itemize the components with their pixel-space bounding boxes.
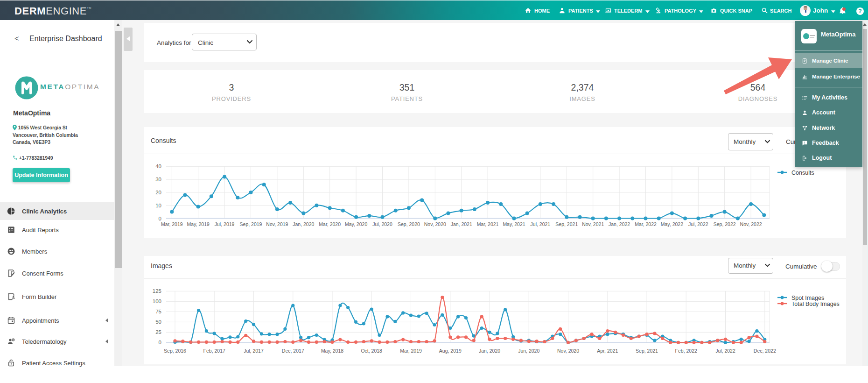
svg-text:Apr, 2021: Apr, 2021 xyxy=(597,348,618,354)
svg-text:Nov, 2021: Nov, 2021 xyxy=(582,221,604,227)
svg-text:Jul, 2019: Jul, 2019 xyxy=(215,221,235,227)
svg-text:30: 30 xyxy=(155,177,161,182)
svg-text:Oct, 2018: Oct, 2018 xyxy=(361,348,382,354)
svg-text:Sep, 2021: Sep, 2021 xyxy=(555,221,578,227)
svg-text:0: 0 xyxy=(159,216,161,221)
svg-text:Dec, 2022: Dec, 2022 xyxy=(754,348,776,354)
svg-text:Mar, 2019: Mar, 2019 xyxy=(400,348,422,354)
svg-text:Aug, 2019: Aug, 2019 xyxy=(439,348,462,354)
svg-text:125: 125 xyxy=(153,288,161,294)
svg-text:Nov, 2022: Nov, 2022 xyxy=(740,221,762,227)
svg-text:Nov, 2019: Nov, 2019 xyxy=(266,221,288,227)
svg-text:75: 75 xyxy=(155,309,161,314)
svg-text:Total Body Images: Total Body Images xyxy=(791,301,840,307)
svg-text:Jul, 2020: Jul, 2020 xyxy=(372,221,392,227)
svg-text:Mar, 2020: Mar, 2020 xyxy=(319,221,341,227)
svg-text:20: 20 xyxy=(155,190,161,195)
svg-text:Sep, 2021: Sep, 2021 xyxy=(636,348,658,354)
svg-text:Jul, 2022: Jul, 2022 xyxy=(688,221,708,227)
svg-text:Jun, 2020: Jun, 2020 xyxy=(518,348,539,354)
svg-text:50: 50 xyxy=(155,319,161,325)
svg-text:Jul, 2021: Jul, 2021 xyxy=(531,221,551,227)
svg-text:40: 40 xyxy=(155,163,161,169)
svg-text:Consults: Consults xyxy=(791,170,814,176)
svg-text:Spot Images: Spot Images xyxy=(791,295,824,301)
svg-text:10: 10 xyxy=(155,203,161,208)
svg-text:25: 25 xyxy=(155,329,161,335)
svg-text:Sep, 2019: Sep, 2019 xyxy=(240,221,262,227)
svg-text:Jan, 2020: Jan, 2020 xyxy=(479,348,500,354)
svg-text:May, 2019: May, 2019 xyxy=(187,221,210,227)
svg-text:Mar, 2022: Mar, 2022 xyxy=(635,221,657,227)
svg-text:Nov, 2020: Nov, 2020 xyxy=(424,221,446,227)
svg-text:May, 2020: May, 2020 xyxy=(345,221,367,227)
svg-text:Sep, 2016: Sep, 2016 xyxy=(164,348,186,354)
svg-text:Feb, 2022: Feb, 2022 xyxy=(675,348,697,354)
svg-text:Jan, 2022: Jan, 2022 xyxy=(609,221,630,227)
svg-text:Nov, 2020: Nov, 2020 xyxy=(557,348,579,354)
svg-text:May, 2018: May, 2018 xyxy=(321,348,343,354)
svg-text:Mar, 2021: Mar, 2021 xyxy=(477,221,499,227)
svg-text:Jul, 2017: Jul, 2017 xyxy=(244,348,264,354)
svg-text:Jul, 2022: Jul, 2022 xyxy=(715,348,735,354)
svg-text:May, 2021: May, 2021 xyxy=(503,221,525,227)
svg-text:May, 2022: May, 2022 xyxy=(661,221,683,227)
svg-text:100: 100 xyxy=(153,298,161,304)
svg-text:0: 0 xyxy=(159,340,161,345)
svg-text:Mar, 2019: Mar, 2019 xyxy=(161,221,183,227)
svg-text:Feb, 2017: Feb, 2017 xyxy=(203,348,225,354)
svg-text:Dec, 2017: Dec, 2017 xyxy=(282,348,304,354)
svg-text:Jan, 2021: Jan, 2021 xyxy=(451,221,472,227)
svg-text:Sep, 2020: Sep, 2020 xyxy=(398,221,420,227)
svg-text:Jan, 2020: Jan, 2020 xyxy=(293,221,314,227)
svg-text:Sep, 2022: Sep, 2022 xyxy=(714,221,736,227)
